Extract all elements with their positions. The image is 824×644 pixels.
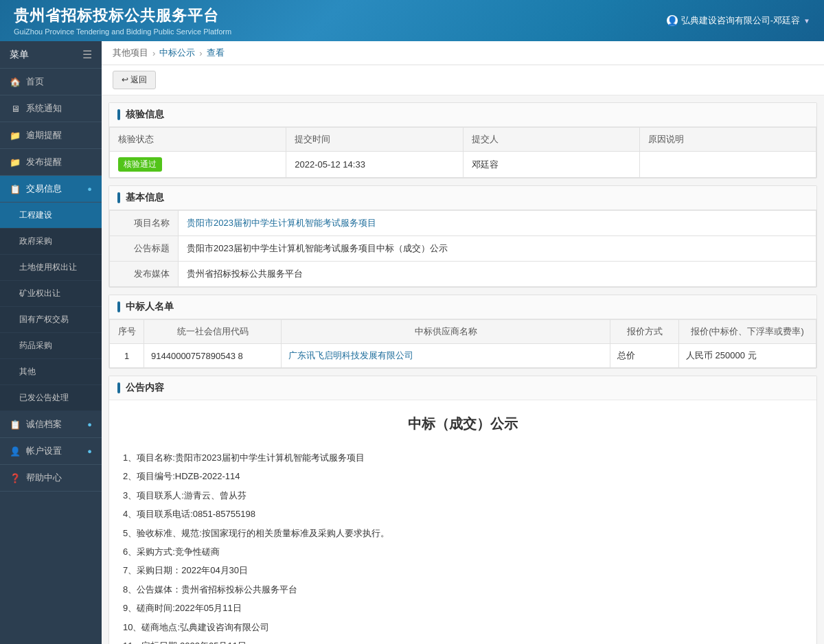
sidebar-item-home[interactable]: 🏠 首页: [0, 69, 102, 95]
notice-header: 公告内容: [109, 376, 816, 400]
notice-line: 10、磋商地点:弘典建设咨询有限公司: [123, 619, 803, 635]
table-row: 1 91440000757890543 8 广东讯飞启明科技发展有限公司 总价 …: [110, 344, 816, 368]
sidebar-item-label-published: 已发公告处理: [19, 392, 69, 404]
back-button[interactable]: ↩ 返回: [113, 71, 156, 89]
win-code: 91440000757890543 8: [144, 344, 282, 368]
sidebar-item-medicine[interactable]: 药品采购: [0, 333, 102, 359]
win-th-no: 序号: [110, 320, 144, 344]
winners-title: 中标人名单: [126, 301, 174, 313]
sidebar-item-credit[interactable]: 📋 诚信档案 ●: [0, 411, 102, 438]
sidebar-item-published[interactable]: 已发公告处理: [0, 385, 102, 411]
verification-section: 核验信息 核验状态 提交时间 提交人 原因说明 核验通过: [108, 102, 817, 179]
basic-info-header: 基本信息: [109, 186, 816, 210]
sidebar-sub-trade: 工程建设 政府采购 土地使用权出让 矿业权出让 国有产权交易 药品采购 其他 已…: [0, 203, 102, 411]
user-menu[interactable]: 👤 弘典建设咨询有限公司-邓廷容 ▼: [667, 14, 810, 27]
site-title-cn: 贵州省招标投标公共服务平台: [14, 5, 231, 26]
basic-info-section: 基本信息 项目名称 贵阳市2023届初中学生计算机智能考试服务项目 公告标题 贵…: [108, 185, 817, 288]
win-supplier[interactable]: 广东讯飞启明科技发展有限公司: [282, 344, 610, 368]
breadcrumb-sep-2: ›: [199, 48, 202, 58]
sidebar-item-label-credit: 诚信档案: [26, 418, 62, 430]
sidebar-item-label-trade: 交易信息: [26, 183, 62, 195]
win-quote-value: 人民币 250000 元: [679, 344, 816, 368]
sidebar-item-other[interactable]: 其他: [0, 359, 102, 385]
sidebar-item-label-construction: 工程建设: [19, 209, 52, 221]
content-area: 其他项目 › 中标公示 › 查看 ↩ 返回 核验信息 核验状态 提交时间 提交人: [102, 41, 824, 644]
winners-section: 中标人名单 序号 统一社会信用代码 中标供应商名称 报价方式 报价(中标价、下浮…: [108, 295, 817, 369]
hamburger-icon[interactable]: ☰: [82, 48, 92, 61]
ver-th-status: 核验状态: [110, 128, 286, 152]
breadcrumb-item-3: 查看: [207, 47, 225, 59]
help-icon: ❓: [10, 473, 21, 483]
ver-reason: [639, 152, 816, 178]
sidebar-item-notify[interactable]: 🖥 系统通知: [0, 95, 102, 122]
notice-line: 6、采购方式:竞争性磋商: [123, 544, 803, 560]
back-bar: ↩ 返回: [102, 65, 824, 95]
sidebar-item-mining[interactable]: 矿业权出让: [0, 281, 102, 307]
sidebar-item-construction[interactable]: 工程建设: [0, 203, 102, 229]
win-no: 1: [110, 344, 144, 368]
sidebar-item-trade[interactable]: 📋 交易信息 ●: [0, 176, 102, 203]
win-th-quote-type: 报价方式: [610, 320, 679, 344]
ver-time: 2022-05-12 14:33: [286, 152, 463, 178]
ver-th-reason: 原因说明: [639, 128, 816, 152]
notice-line: 3、项目联系人:游青云、曾从芬: [123, 487, 803, 503]
notice-line: 4、项目联系电话:0851-85755198: [123, 506, 803, 522]
section-bar2: [117, 192, 120, 203]
sidebar-item-label-deadline: 逾期提醒: [26, 129, 62, 141]
credit-icon: 📋: [10, 419, 21, 430]
sidebar-item-label-notify: 系统通知: [26, 102, 62, 115]
monitor-icon: 🖥: [10, 104, 21, 114]
account-icon: 👤: [10, 446, 21, 457]
breadcrumb-item-2[interactable]: 中标公示: [159, 47, 195, 59]
table-row: 发布媒体 贵州省招标投标公共服务平台: [110, 262, 816, 287]
arrow-icon-trade: ●: [87, 185, 92, 193]
sidebar-item-label-medicine: 药品采购: [19, 340, 52, 352]
sidebar-item-state[interactable]: 国有产权交易: [0, 307, 102, 333]
media-label: 发布媒体: [110, 262, 179, 287]
sidebar-item-label-help: 帮助中心: [26, 472, 62, 484]
notice-line: 8、公告媒体：贵州省招标投标公共服务平台: [123, 582, 803, 597]
notice-title-value: 贵阳市2023届初中学生计算机智能考试服务项目中标（成交）公示: [179, 236, 816, 262]
folder2-icon: 📁: [10, 157, 21, 168]
section-bar3: [117, 301, 120, 312]
win-th-code: 统一社会信用代码: [144, 320, 282, 344]
header: 贵州省招标投标公共服务平台 GuiZhou Province Tendering…: [0, 0, 824, 41]
sidebar-item-label-gov: 政府采购: [19, 235, 52, 247]
proj-name-value: 贵阳市2023届初中学生计算机智能考试服务项目: [179, 211, 816, 236]
sidebar-header: 菜单 ☰: [0, 41, 102, 69]
notice-title-label: 公告标题: [110, 236, 179, 262]
home-icon: 🏠: [10, 77, 21, 87]
win-th-supplier: 中标供应商名称: [282, 320, 610, 344]
sidebar-item-label-publish: 发布提醒: [26, 156, 62, 168]
clipboard-icon: 📋: [10, 184, 21, 194]
winners-table: 序号 统一社会信用代码 中标供应商名称 报价方式 报价(中标价、下浮率或费率) …: [109, 319, 816, 368]
sidebar-item-gov[interactable]: 政府采购: [0, 229, 102, 255]
proj-name-link[interactable]: 贵阳市2023届初中学生计算机智能考试服务项目: [187, 218, 376, 228]
verification-title: 核验信息: [126, 108, 164, 121]
sidebar-item-help[interactable]: ❓ 帮助中心: [0, 465, 102, 492]
site-title-en: GuiZhou Province Tendering and Bidding P…: [14, 27, 231, 36]
menu-label: 菜单: [10, 49, 29, 61]
sidebar-item-land[interactable]: 土地使用权出让: [0, 255, 102, 281]
sidebar-item-publish[interactable]: 📁 发布提醒: [0, 149, 102, 176]
breadcrumb: 其他项目 › 中标公示 › 查看: [102, 41, 824, 65]
notice-line: 9、磋商时间:2022年05月11日: [123, 600, 803, 616]
section-bar4: [117, 382, 120, 393]
folder-icon: 📁: [10, 130, 21, 141]
sidebar-item-account[interactable]: 👤 帐户设置 ●: [0, 438, 102, 465]
status-badge: 核验通过: [118, 157, 162, 172]
notice-line: 7、采购日期：2022年04月30日: [123, 562, 803, 578]
sidebar-item-label-account: 帐户设置: [26, 445, 62, 457]
table-row: 公告标题 贵阳市2023届初中学生计算机智能考试服务项目中标（成交）公示: [110, 236, 816, 262]
sidebar-item-deadline[interactable]: 📁 逾期提醒: [0, 122, 102, 149]
win-quote-type: 总价: [610, 344, 679, 368]
breadcrumb-item-1[interactable]: 其他项目: [113, 47, 148, 59]
section-bar: [117, 109, 120, 120]
notice-lines: 1、项目名称:贵阳市2023届初中学生计算机智能考试服务项目2、项目编号:HDZ…: [123, 450, 803, 644]
notice-section-title: 公告内容: [126, 382, 164, 394]
notice-section: 公告内容 中标（成交）公示 1、项目名称:贵阳市2023届初中学生计算机智能考试…: [108, 376, 817, 644]
sidebar-item-label-other: 其他: [19, 366, 36, 378]
proj-name-label: 项目名称: [110, 211, 179, 236]
notice-body: 中标（成交）公示 1、项目名称:贵阳市2023届初中学生计算机智能考试服务项目2…: [109, 400, 816, 644]
user-icon: 👤: [667, 15, 678, 26]
